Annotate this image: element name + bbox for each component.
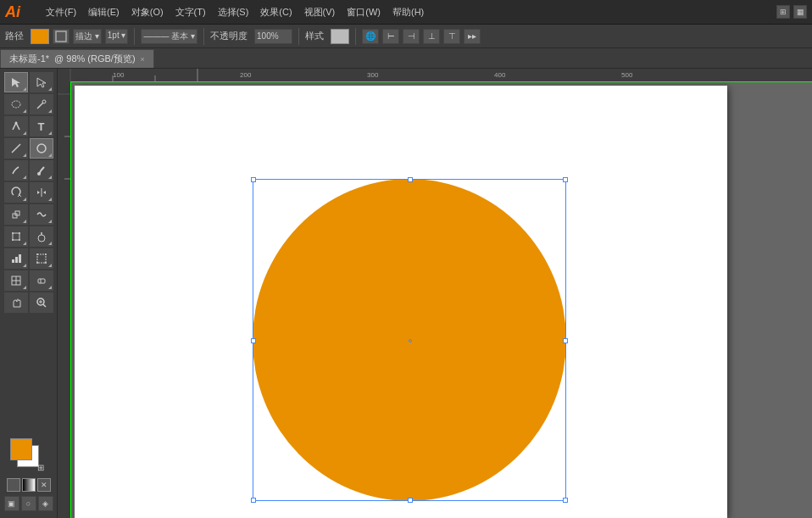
tool-row-7 [4,204,53,225]
slice-tool[interactable] [4,270,28,291]
arrange-btn[interactable]: ▦ [793,5,807,19]
tool-row-2 [4,94,53,114]
menu-item-c[interactable]: 效果(C) [255,4,297,20]
ellipse-tool[interactable] [30,138,53,159]
opacity-input[interactable] [254,29,292,44]
ruler-left [58,81,70,518]
align-center-icon[interactable]: ⊣ [403,29,420,44]
tool-row-1 [4,72,53,92]
magic-wand-tool[interactable] [30,94,53,114]
artboard-tool[interactable] [30,248,53,269]
warp-tool[interactable] [30,204,53,225]
color-mode-btn[interactable] [7,478,20,492]
handle-br[interactable] [563,498,568,503]
svg-point-16 [12,239,14,241]
svg-point-25 [45,253,47,255]
color-mode-row: ✕ [7,478,51,492]
fill-swatch[interactable] [31,29,49,44]
svg-line-2 [37,103,43,109]
ws-btn[interactable]: ⊞ [776,5,790,19]
main-area: T [0,69,812,518]
svg-rect-22 [19,254,21,263]
toolbar: T [0,69,58,518]
title-bar: Ai 文件(F)编辑(E)对象(O)文字(T)选择(S)效果(C)视图(V)窗口… [0,0,812,25]
pen-tool[interactable] [4,116,28,136]
svg-point-14 [12,232,14,234]
type-tool[interactable]: T [30,116,53,136]
color-swatches: ⊞ [10,438,47,476]
svg-rect-31 [38,279,45,283]
reset-colors-icon[interactable]: ⊞ [37,463,44,472]
style-swatch[interactable] [331,29,349,44]
menu-item-h[interactable]: 帮助(H) [387,4,429,20]
align-left-icon[interactable]: ⊢ [382,29,399,44]
svg-point-24 [36,253,38,255]
svg-text:200: 200 [240,71,252,79]
stroke-icon[interactable] [53,29,70,44]
layer-btn[interactable]: ▣ [4,496,19,511]
menu-item-e[interactable]: 编辑(E) [83,4,125,20]
vertical-guide [70,81,71,518]
path-label: 路径 [5,30,24,42]
svg-marker-9 [37,191,40,194]
svg-point-15 [19,232,20,234]
svg-point-3 [42,100,46,103]
options-bar: 路径 描边 ▾ 1pt ▾ ——— 基本 ▾ 不透明度 样式 🌐 ⊢ ⊣ ⊥ ⊤… [0,25,812,48]
symbol-sprayer-tool[interactable] [30,226,53,247]
svg-point-18 [38,235,45,242]
svg-rect-21 [15,257,18,263]
fill-swatch-tool[interactable] [10,438,32,460]
circle-shape[interactable] [253,179,566,501]
direct-selection-tool[interactable] [30,72,53,92]
menu-item-o[interactable]: 对象(O) [126,4,169,20]
tab-close-btn[interactable]: × [141,55,145,64]
align-right-icon[interactable]: ⊥ [423,29,440,44]
handle-bl[interactable] [251,498,256,503]
tool-row-11 [4,292,53,313]
browser-icon[interactable]: 🌐 [362,29,379,44]
rotate-tool[interactable] [4,182,28,203]
pin-btn[interactable]: ◈ [38,496,53,511]
handle-tl[interactable] [251,177,256,182]
eraser-tool[interactable] [30,270,53,291]
none-mode-btn[interactable]: ✕ [37,478,51,492]
menu-item-s[interactable]: 选择(S) [213,4,254,20]
selection-tool[interactable] [4,72,28,92]
separator-2 [203,28,204,45]
menu-item-w[interactable]: 窗口(W) [342,4,386,20]
zoom-tool[interactable] [30,292,53,313]
reflect-tool[interactable] [30,182,53,203]
distribute-icon[interactable]: ⊤ [443,29,460,44]
lasso-tool[interactable] [4,94,28,114]
menu-item-v[interactable]: 视图(V) [299,4,341,20]
svg-rect-20 [12,259,14,263]
svg-rect-0 [56,31,66,42]
free-transform-tool[interactable] [4,226,28,247]
scale-tool[interactable] [4,204,28,225]
menu-item-t[interactable]: 文字(T) [170,4,211,20]
svg-point-1 [12,101,20,108]
mask-btn[interactable]: ○ [21,496,36,511]
pencil-tool[interactable] [4,160,28,181]
horizontal-guide [70,81,812,82]
svg-point-17 [19,239,20,241]
tool-row-8 [4,226,53,247]
stroke-weight-dropdown[interactable]: 1pt ▾ [105,29,129,44]
svg-point-27 [45,262,47,264]
hand-tool[interactable] [4,292,28,313]
stroke-dropdown[interactable]: 描边 ▾ [73,29,102,44]
paintbrush-tool[interactable] [30,160,53,181]
handle-tr[interactable] [563,177,568,182]
column-graph-tool[interactable] [4,248,28,269]
more-icon[interactable]: ▸▸ [464,29,481,44]
canvas-area: 100 200 300 400 500 [58,69,812,518]
menu-item-f[interactable]: 文件(F) [41,4,81,20]
document-tab[interactable]: 未标题-1* @ 98% (RGB/预览) × [0,49,154,68]
gradient-mode-btn[interactable] [22,478,36,492]
tool-row-10 [4,270,53,291]
stroke-style-dropdown[interactable]: ——— 基本 ▾ [141,29,197,44]
line-tool[interactable] [4,138,28,159]
tab-name: 未标题-1* [9,53,49,65]
opacity-label: 不透明度 [210,30,247,42]
menu-bar: 文件(F)编辑(E)对象(O)文字(T)选择(S)效果(C)视图(V)窗口(W)… [41,4,429,20]
